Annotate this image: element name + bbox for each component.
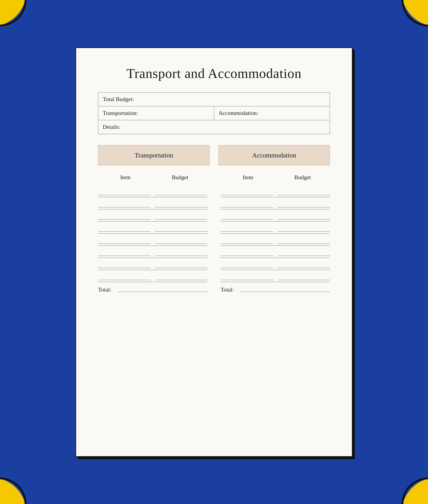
table-row (221, 234, 330, 246)
accom-budget-6[interactable] (278, 250, 330, 256)
summary-row-details: Details: (98, 120, 330, 134)
trans-item-3[interactable] (98, 213, 151, 220)
accom-budget-5[interactable] (278, 238, 330, 244)
accom-budget-8[interactable] (278, 274, 330, 280)
accom-item-3[interactable] (221, 213, 273, 220)
trans-budget-7[interactable] (155, 262, 208, 268)
table-row (98, 185, 207, 197)
accom-budget-3[interactable] (278, 213, 330, 220)
trans-item-7[interactable] (98, 262, 151, 268)
trans-item-6[interactable] (98, 250, 151, 256)
table-row (221, 222, 330, 234)
accom-item-1[interactable] (221, 189, 273, 195)
table-row (98, 258, 207, 270)
accommodation-total-line[interactable] (240, 288, 330, 292)
accommodation-rows (221, 185, 330, 282)
accom-item-6[interactable] (221, 250, 273, 256)
trans-budget-3[interactable] (155, 213, 208, 220)
table-row (98, 222, 207, 234)
accom-budget-4[interactable] (278, 225, 330, 232)
table-row (221, 246, 330, 258)
total-budget-label: Total Budget: (98, 93, 330, 106)
accom-budget-1[interactable] (278, 189, 330, 195)
transportation-item-header: Item (98, 174, 153, 181)
transportation-section: Item Budget (98, 174, 214, 439)
trans-item-2[interactable] (98, 201, 151, 207)
table-row (98, 209, 207, 222)
accommodation-total-label: Total: (221, 286, 234, 293)
table-row (98, 246, 207, 258)
trans-budget-2[interactable] (155, 201, 208, 207)
summary-row-trans-accom: Transportation: Accommodation: (98, 106, 330, 120)
table-row (98, 270, 207, 282)
page-title: Transport and Accommodation (98, 66, 330, 81)
document: Transport and Accommodation Total Budget… (75, 47, 353, 457)
trans-budget-8[interactable] (155, 274, 208, 280)
section-buttons: Transportation Accommodation (98, 145, 330, 165)
table-row (221, 258, 330, 270)
accommodation-button[interactable]: Accommodation (218, 145, 330, 165)
trans-budget-6[interactable] (155, 250, 208, 256)
accommodation-item-header: Item (221, 174, 275, 181)
accom-budget-7[interactable] (278, 262, 330, 268)
summary-table: Total Budget: Transportation: Accommodat… (98, 92, 330, 134)
trans-budget-5[interactable] (155, 238, 208, 244)
transportation-total-label: Total: (98, 286, 111, 293)
accommodation-col-headers: Item Budget (221, 174, 330, 183)
table-row (221, 209, 330, 222)
accom-item-8[interactable] (221, 274, 273, 280)
trans-item-5[interactable] (98, 238, 151, 244)
accommodation-total-row: Total: (221, 286, 330, 293)
accom-item-2[interactable] (221, 201, 273, 207)
table-row (221, 270, 330, 282)
table-row (221, 197, 330, 209)
table-row (98, 234, 207, 246)
corner-arc-tl (0, 0, 26, 26)
accommodation-section: Item Budget (214, 174, 330, 439)
transportation-col-headers: Item Budget (98, 174, 207, 183)
accom-budget-2[interactable] (278, 201, 330, 207)
accom-item-5[interactable] (221, 238, 273, 244)
accom-item-4[interactable] (221, 225, 273, 232)
transportation-budget-header: Budget (153, 174, 208, 181)
transportation-total-row: Total: (98, 286, 207, 293)
table-row (221, 185, 330, 197)
data-grid: Item Budget (98, 174, 330, 439)
summary-row-budget: Total Budget: (98, 93, 330, 106)
corner-arc-br (402, 478, 428, 504)
document-wrapper: Transport and Accommodation Total Budget… (75, 47, 353, 457)
accom-item-7[interactable] (221, 262, 273, 268)
trans-budget-4[interactable] (155, 225, 208, 232)
corner-arc-bl (0, 478, 26, 504)
transportation-button[interactable]: Transportation (98, 145, 210, 165)
trans-item-4[interactable] (98, 225, 151, 232)
trans-item-8[interactable] (98, 274, 151, 280)
table-row (98, 197, 207, 209)
transportation-summary-label: Transportation: (98, 106, 214, 120)
accommodation-budget-header: Budget (275, 174, 330, 181)
details-label: Details: (98, 120, 330, 134)
transportation-rows (98, 185, 207, 282)
trans-budget-1[interactable] (155, 189, 208, 195)
trans-item-1[interactable] (98, 189, 151, 195)
accommodation-summary-label: Accommodation: (214, 106, 330, 120)
corner-arc-tr (402, 0, 428, 26)
transportation-total-line[interactable] (117, 288, 207, 292)
